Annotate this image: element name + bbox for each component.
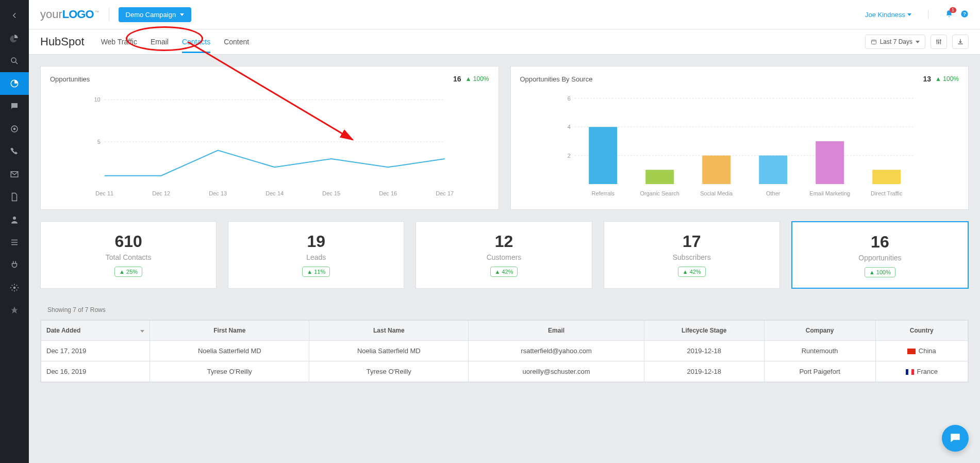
col-lifecycle-stage[interactable]: Lifecycle Stage [644,321,764,341]
tab-content[interactable]: Content [224,30,249,53]
rail-phone[interactable] [0,140,29,163]
settings-button[interactable] [931,35,947,49]
cell-company: Port Paigefort [764,361,875,382]
col-date-added[interactable]: Date Added [41,321,150,341]
col-country[interactable]: Country [875,321,968,341]
rail-chat[interactable] [0,95,29,118]
table-row[interactable]: Dec 16, 2019 Tyrese O'Reilly Tyrese O'Re… [41,361,968,382]
rail-pin[interactable] [0,299,29,322]
tab-email[interactable]: Email [151,30,169,53]
kpi-customers[interactable]: 12 Customers ▲ 42% [416,221,592,289]
svg-text:Dec 14: Dec 14 [265,190,284,196]
svg-text:Organic Search: Organic Search [640,190,679,196]
svg-point-3 [13,217,16,220]
col-email[interactable]: Email [469,321,644,341]
cell-first: Noelia Satterfield MD [150,341,309,361]
rail-gear[interactable] [0,276,29,299]
kpi-label: Leads [234,253,398,261]
kpi-row: 610 Total Contacts ▲ 25%19 Leads ▲ 11%12… [40,221,969,289]
kpi-value: 12 [421,232,586,251]
sub-nav: HubSpot Web TrafficEmailContactsContent … [29,29,980,55]
kpi-subscribers[interactable]: 17 Subscribers ▲ 42% [604,221,780,289]
user-menu[interactable]: Joe Kindness [865,11,911,19]
cell-email: uoreilly@schuster.com [469,361,644,382]
svg-point-0 [11,58,16,62]
svg-rect-35 [759,156,787,184]
kpi-value: 16 [798,233,962,252]
help-button[interactable]: ? [960,10,969,20]
cell-first: Tyrese O'Reilly [150,361,309,382]
opportunities-line-chart[interactable]: 510Dec 11Dec 12Dec 13Dec 14Dec 15Dec 16D… [50,86,489,200]
opps-by-source-bar-chart[interactable]: 246ReferralsOrganic SearchSocial MediaOt… [520,86,959,200]
svg-text:6: 6 [567,95,570,102]
kpi-total-contacts[interactable]: 610 Total Contacts ▲ 25% [40,221,217,289]
divider [928,10,928,19]
svg-text:Referrals: Referrals [591,190,614,196]
svg-text:Social Media: Social Media [700,190,733,196]
calendar-icon [871,39,877,45]
svg-rect-37 [816,141,844,184]
left-nav-rail [0,0,29,394]
user-name-label: Joe Kindness [865,11,905,19]
date-range-label: Last 7 Days [880,38,912,45]
svg-text:4: 4 [567,124,570,130]
chart-title: Opportunities [50,75,90,83]
divider [109,8,109,21]
rail-plug[interactable] [0,254,29,276]
svg-text:Direct Traffic: Direct Traffic [870,190,902,196]
campaign-label: Demo Campaign [126,11,176,19]
svg-rect-29 [589,127,617,184]
svg-text:Dec 13: Dec 13 [209,190,227,196]
download-icon [957,38,964,45]
rail-user[interactable] [0,208,29,231]
svg-text:10: 10 [94,96,101,103]
rail-back[interactable] [0,4,29,27]
tab-contacts[interactable]: Contacts [182,30,210,53]
kpi-delta: ▲ 42% [490,267,518,277]
notification-badge: 1 [950,7,956,13]
caret-down-icon [907,13,911,16]
col-last-name[interactable]: Last Name [309,321,469,341]
kpi-label: Opportunities [798,254,962,262]
svg-rect-7 [871,40,876,44]
rail-analytics[interactable] [0,72,29,95]
integration-name: HubSpot [40,35,85,48]
svg-text:?: ? [963,11,966,16]
rail-file[interactable] [0,186,29,208]
col-company[interactable]: Company [764,321,875,341]
rail-list[interactable] [0,231,29,254]
rail-target[interactable] [0,118,29,140]
svg-text:Dec 17: Dec 17 [436,190,454,196]
kpi-opportunities[interactable]: 16 Opportunities ▲ 100% [791,221,969,289]
table-row[interactable]: Dec 17, 2019 Noelia Satterfield MD Noeli… [41,341,968,361]
kpi-leads[interactable]: 19 Leads ▲ 11% [228,221,404,289]
chart-metric: 16 [453,75,461,83]
cell-email: rsatterfield@yahoo.com [469,341,644,361]
col-first-name[interactable]: First Name [150,321,309,341]
kpi-delta: ▲ 100% [865,267,895,277]
kpi-label: Subscribers [609,253,774,261]
tab-web-traffic[interactable]: Web Traffic [101,30,137,53]
rail-dashboard[interactable] [0,27,29,49]
date-range-button[interactable]: Last 7 Days [865,35,925,49]
cell-last: Tyrese O'Reilly [309,361,469,382]
contacts-table-section: Showing 7 of 7 Rows Date AddedFirst Name… [40,300,969,383]
notifications-button[interactable]: 1 [945,10,953,20]
svg-text:5: 5 [97,139,101,145]
rail-mail[interactable] [0,163,29,186]
table-caption: Showing 7 of 7 Rows [40,300,969,320]
svg-rect-31 [645,170,674,184]
chart-metric: 13 [923,75,932,83]
flag-icon [906,369,914,375]
logo: yourLOGO™ [40,8,99,21]
chart-delta: ▲ 100% [935,75,959,82]
cell-stage: 2019-12-18 [644,361,764,382]
svg-text:2: 2 [567,153,570,159]
campaign-selector[interactable]: Demo Campaign [119,7,192,22]
rail-search[interactable] [0,49,29,72]
kpi-value: 19 [234,232,398,251]
logo-text: your [40,8,62,21]
caret-down-icon [180,13,184,16]
svg-point-8 [936,40,937,41]
download-button[interactable] [952,35,969,49]
